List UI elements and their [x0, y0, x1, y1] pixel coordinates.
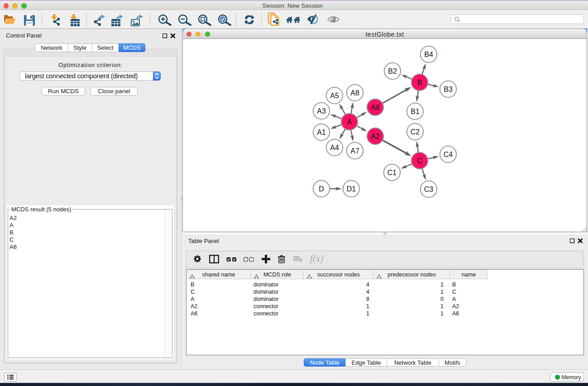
svg-text:A7: A7 — [350, 147, 359, 155]
svg-text:A8: A8 — [350, 89, 359, 97]
svg-text:A: A — [347, 118, 352, 126]
svg-text:A5: A5 — [330, 92, 339, 100]
svg-text:A2: A2 — [371, 133, 380, 140]
svg-text:D1: D1 — [347, 185, 356, 193]
svg-text:B1: B1 — [411, 108, 420, 115]
svg-text:A3: A3 — [317, 107, 326, 115]
svg-text:A1: A1 — [317, 129, 326, 136]
svg-text:A6: A6 — [371, 104, 380, 111]
svg-text:C1: C1 — [387, 169, 397, 176]
svg-text:C: C — [417, 157, 422, 165]
svg-text:A4: A4 — [330, 144, 339, 152]
svg-text:C4: C4 — [444, 151, 453, 158]
svg-text:C3: C3 — [424, 186, 434, 193]
svg-text:B2: B2 — [388, 67, 397, 75]
svg-text:D: D — [319, 185, 324, 193]
svg-text:B3: B3 — [444, 86, 453, 93]
svg-text:B: B — [417, 79, 422, 86]
svg-text:B4: B4 — [424, 51, 433, 58]
svg-text:C2: C2 — [411, 128, 420, 136]
